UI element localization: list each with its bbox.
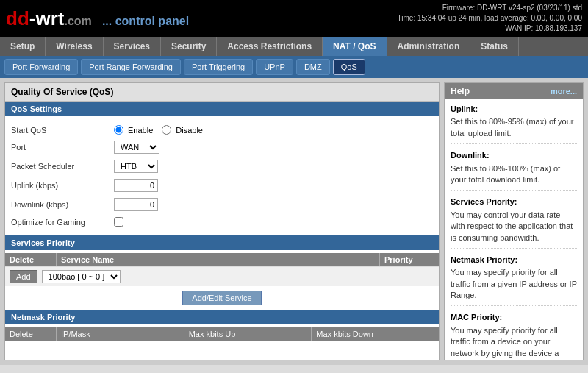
- subnav-item-port-triggering[interactable]: Port Triggering: [184, 59, 253, 75]
- uplink-input[interactable]: [114, 179, 158, 192]
- add-service-button[interactable]: Add: [10, 270, 37, 283]
- scheduler-label: Packet Scheduler: [11, 162, 114, 171]
- scheduler-select[interactable]: HTB HFSC: [114, 160, 158, 173]
- wan-ip-text: WAN IP: 10.88.193.137: [398, 24, 582, 34]
- subnav-item-dmz[interactable]: DMZ: [296, 59, 330, 75]
- help-divider-1: [451, 143, 577, 144]
- uplink-label: Uplink (kbps): [11, 181, 114, 190]
- qos-settings-header: QoS Settings: [5, 102, 439, 116]
- left-panel: Quality Of Service (QoS) QoS Settings St…: [4, 82, 440, 360]
- netmask-col-delete: Delete: [5, 327, 57, 341]
- enable-radio-label[interactable]: Enable: [114, 125, 153, 135]
- logo: dd-wrt.com ... control panel: [6, 7, 189, 30]
- right-panel: Help more... Uplink:Set this to 80%-95% …: [444, 82, 584, 360]
- nav-item-services[interactable]: Services: [104, 37, 161, 56]
- gaming-row: Optimize for Gaming: [11, 214, 433, 230]
- start-qos-control: Enable Disable: [114, 125, 203, 135]
- logo-panel: ... control panel: [102, 15, 189, 27]
- help-divider-3: [451, 248, 577, 249]
- header-info: Firmware: DD-WRT v24-sp2 (03/23/11) std …: [398, 3, 582, 34]
- help-header: Help more...: [445, 83, 583, 99]
- time-text: Time: 15:34:04 up 24 min, load average: …: [398, 13, 582, 24]
- nav-item-nat--qos[interactable]: NAT / QoS: [323, 37, 387, 56]
- netmask-col-mask: IP/Mask: [57, 327, 184, 341]
- logo-wrt: -wrt: [29, 7, 65, 29]
- qos-settings-form: Start QoS Enable Disable Port WAN LA: [5, 116, 439, 235]
- help-section-text-1: Set this to 80%-100% (max) of your total…: [451, 163, 577, 186]
- port-select[interactable]: WAN LAN WLAN: [114, 141, 159, 154]
- col-delete: Delete: [5, 253, 57, 266]
- scheduler-row: Packet Scheduler HTB HFSC: [11, 157, 433, 176]
- logo-com: .com: [64, 15, 91, 27]
- help-section-title-0: Uplink:: [451, 104, 577, 115]
- nav-item-access-restrictions[interactable]: Access Restrictions: [217, 37, 323, 56]
- help-title: Help: [451, 86, 470, 96]
- port-row: Port WAN LAN WLAN: [11, 138, 433, 157]
- help-section-title-2: Services Priority:: [451, 196, 577, 207]
- help-section-text-4: You may specify priority for all traffic…: [451, 325, 577, 360]
- main-nav: SetupWirelessServicesSecurityAccess Rest…: [0, 37, 588, 56]
- help-divider-2: [451, 190, 577, 191]
- netmask-priority-section: Delete IP/Mask Max kbits Up Max kbits Do…: [5, 327, 439, 341]
- subnav-item-upnp[interactable]: UPnP: [256, 59, 293, 75]
- help-content: Uplink:Set this to 80%-95% (max) of your…: [445, 99, 583, 360]
- services-priority-header: Services Priority: [5, 235, 439, 250]
- downlink-row: Downlink (kbps): [11, 195, 433, 214]
- downlink-label: Downlink (kbps): [11, 200, 114, 209]
- help-more-link[interactable]: more...: [551, 87, 577, 96]
- start-qos-row: Start QoS Enable Disable: [11, 122, 433, 138]
- port-label: Port: [11, 143, 114, 152]
- help-section-title-1: Downlink:: [451, 150, 577, 161]
- add-service-row: Add 100bao [ 0 ~ 0 ]: [5, 266, 439, 286]
- logo-dd: dd: [6, 7, 29, 29]
- nav-item-security[interactable]: Security: [161, 37, 217, 56]
- add-edit-container: Add/Edit Service: [5, 291, 439, 305]
- subnav-item-port-range-forwarding[interactable]: Port Range Forwarding: [81, 59, 181, 75]
- disable-radio-label[interactable]: Disable: [162, 125, 203, 135]
- help-divider-4: [451, 305, 577, 306]
- help-section-text-2: You may control your data rate with resp…: [451, 210, 577, 244]
- netmask-priority-header: Netmask Priority: [5, 310, 439, 324]
- help-section-title-3: Netmask Priority:: [451, 255, 577, 266]
- sub-nav: Port ForwardingPort Range ForwardingPort…: [0, 56, 588, 78]
- nav-item-setup[interactable]: Setup: [0, 37, 46, 56]
- downlink-input[interactable]: [114, 198, 158, 211]
- netmask-table-header: Delete IP/Mask Max kbits Up Max kbits Do…: [5, 327, 439, 341]
- gaming-label: Optimize for Gaming: [11, 218, 114, 227]
- services-table-header: Delete Service Name Priority: [5, 253, 439, 266]
- subnav-item-qos[interactable]: QoS: [333, 59, 365, 75]
- col-priority: Priority: [380, 253, 439, 266]
- disable-radio[interactable]: [162, 125, 171, 135]
- nav-item-status[interactable]: Status: [470, 37, 519, 56]
- uplink-row: Uplink (kbps): [11, 176, 433, 195]
- firmware-text: Firmware: DD-WRT v24-sp2 (03/23/11) std: [398, 3, 582, 13]
- enable-radio[interactable]: [114, 125, 123, 135]
- enable-label: Enable: [128, 126, 153, 135]
- main-content: Quality Of Service (QoS) QoS Settings St…: [0, 78, 588, 365]
- netmask-col-down: Max kbits Down: [312, 327, 439, 341]
- page-title: Quality Of Service (QoS): [5, 83, 439, 102]
- nav-item-administration[interactable]: Administration: [387, 37, 471, 56]
- start-qos-label: Start QoS: [11, 126, 114, 135]
- add-edit-service-button[interactable]: Add/Edit Service: [182, 291, 261, 305]
- help-section-text-0: Set this to 80%-95% (max) of your total …: [451, 116, 577, 139]
- header: dd-wrt.com ... control panel Firmware: D…: [0, 0, 588, 37]
- subnav-item-port-forwarding[interactable]: Port Forwarding: [4, 59, 78, 75]
- gaming-checkbox[interactable]: [114, 217, 123, 227]
- netmask-col-up: Max kbits Up: [184, 327, 312, 341]
- service-dropdown[interactable]: 100bao [ 0 ~ 0 ]: [42, 270, 121, 283]
- nav-item-wireless[interactable]: Wireless: [46, 37, 103, 56]
- help-section-text-3: You may specify priority for all traffic…: [451, 267, 577, 301]
- disable-label: Disable: [176, 126, 203, 135]
- help-section-title-4: MAC Priority:: [451, 312, 577, 323]
- col-service: Service Name: [57, 253, 380, 266]
- services-priority-section: Delete Service Name Priority Add 100bao …: [5, 253, 439, 305]
